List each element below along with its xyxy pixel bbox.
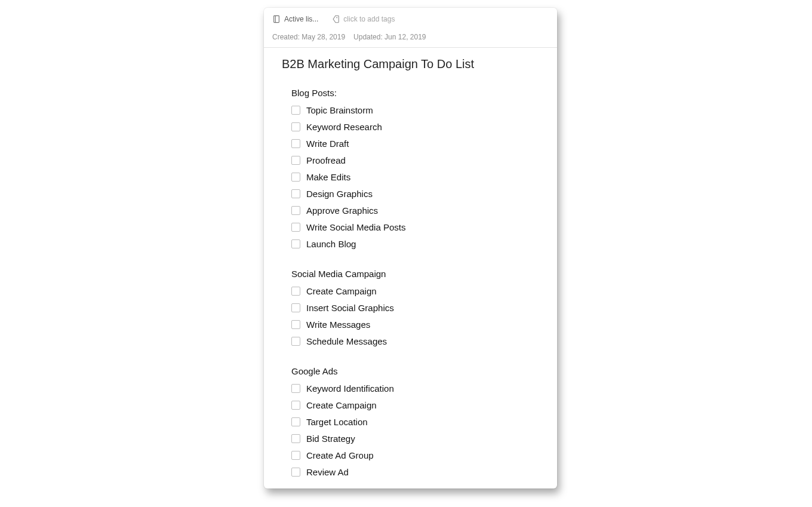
- item-label[interactable]: Keyword Identification: [306, 383, 394, 394]
- tags-placeholder[interactable]: click to add tags: [343, 15, 395, 23]
- list-item: Topic Brainstorm: [291, 102, 539, 118]
- item-label[interactable]: Proofread: [306, 155, 346, 165]
- list-item: Write Messages: [291, 316, 539, 333]
- list-item: Keyword Identification: [291, 380, 539, 397]
- list-item: Create Campaign: [291, 282, 539, 299]
- tag-icon: [331, 15, 340, 23]
- list-item: Schedule Messages: [291, 333, 539, 349]
- created-label: Created: May 28, 2019: [272, 33, 345, 41]
- item-label[interactable]: Create Campaign: [306, 286, 377, 296]
- list-item: Target Location: [291, 413, 539, 430]
- list-item: Write Social Media Posts: [291, 219, 539, 235]
- check-list: Create CampaignInsert Social GraphicsWri…: [282, 282, 539, 349]
- note-title[interactable]: B2B Marketing Campaign To Do List: [282, 57, 539, 71]
- item-label[interactable]: Schedule Messages: [306, 336, 387, 346]
- section: Social Media CampaignCreate CampaignInse…: [282, 269, 539, 349]
- item-label[interactable]: Insert Social Graphics: [306, 303, 394, 313]
- list-item: Review Ad: [291, 463, 539, 480]
- section-heading[interactable]: Google Ads: [282, 366, 539, 376]
- checkbox[interactable]: [291, 384, 300, 393]
- item-label[interactable]: Make Edits: [306, 172, 350, 182]
- list-item: Create Ad Group: [291, 447, 539, 463]
- checkbox[interactable]: [291, 106, 300, 115]
- checkbox[interactable]: [291, 451, 300, 460]
- list-item: Make Edits: [291, 168, 539, 185]
- checkbox[interactable]: [291, 139, 300, 148]
- list-item: Keyword Research: [291, 118, 539, 135]
- item-label[interactable]: Design Graphics: [306, 189, 373, 199]
- item-label[interactable]: Approve Graphics: [306, 205, 378, 216]
- list-item: Write Draft: [291, 135, 539, 152]
- checkbox[interactable]: [291, 189, 300, 198]
- note-meta: Created: May 28, 2019 Updated: Jun 12, 2…: [264, 26, 557, 47]
- checkbox[interactable]: [291, 223, 300, 232]
- section: Google AdsKeyword IdentificationCreate C…: [282, 366, 539, 480]
- notebook-name[interactable]: Active lis...: [284, 15, 318, 23]
- list-item: Bid Strategy: [291, 430, 539, 447]
- checkbox[interactable]: [291, 417, 300, 426]
- item-label[interactable]: Write Draft: [306, 139, 349, 149]
- svg-rect-0: [274, 16, 279, 22]
- note-card: Active lis... click to add tags Created:…: [264, 8, 557, 488]
- section: Blog Posts:Topic BrainstormKeyword Resea…: [282, 88, 539, 252]
- item-label[interactable]: Target Location: [306, 417, 368, 427]
- item-label[interactable]: Write Social Media Posts: [306, 222, 405, 232]
- checkbox[interactable]: [291, 401, 300, 410]
- section-heading[interactable]: Blog Posts:: [282, 88, 539, 98]
- list-item: Proofread: [291, 152, 539, 168]
- item-label[interactable]: Write Messages: [306, 319, 370, 330]
- note-header: Active lis... click to add tags: [264, 8, 557, 26]
- checkbox[interactable]: [291, 206, 300, 215]
- note-content[interactable]: B2B Marketing Campaign To Do List Blog P…: [264, 48, 557, 488]
- item-label[interactable]: Keyword Research: [306, 122, 382, 132]
- checkbox[interactable]: [291, 239, 300, 248]
- item-label[interactable]: Topic Brainstorm: [306, 105, 373, 115]
- checkbox[interactable]: [291, 287, 300, 296]
- list-item: Design Graphics: [291, 185, 539, 202]
- checkbox[interactable]: [291, 468, 300, 477]
- section-heading[interactable]: Social Media Campaign: [282, 269, 539, 279]
- checkbox[interactable]: [291, 303, 300, 312]
- list-item: Approve Graphics: [291, 202, 539, 219]
- checkbox[interactable]: [291, 337, 300, 346]
- check-list: Keyword IdentificationCreate CampaignTar…: [282, 380, 539, 480]
- notebook-icon: [272, 15, 281, 23]
- checkbox[interactable]: [291, 122, 300, 131]
- item-label[interactable]: Create Campaign: [306, 400, 377, 410]
- item-label[interactable]: Review Ad: [306, 467, 349, 477]
- item-label[interactable]: Launch Blog: [306, 239, 356, 249]
- list-item: Create Campaign: [291, 397, 539, 413]
- item-label[interactable]: Create Ad Group: [306, 450, 374, 460]
- updated-label: Updated: Jun 12, 2019: [353, 33, 426, 41]
- checkbox[interactable]: [291, 173, 300, 182]
- checkbox[interactable]: [291, 434, 300, 443]
- check-list: Topic BrainstormKeyword ResearchWrite Dr…: [282, 102, 539, 252]
- item-label[interactable]: Bid Strategy: [306, 434, 355, 444]
- checkbox[interactable]: [291, 156, 300, 165]
- list-item: Insert Social Graphics: [291, 299, 539, 316]
- checkbox[interactable]: [291, 320, 300, 329]
- list-item: Launch Blog: [291, 235, 539, 252]
- svg-point-2: [337, 17, 338, 18]
